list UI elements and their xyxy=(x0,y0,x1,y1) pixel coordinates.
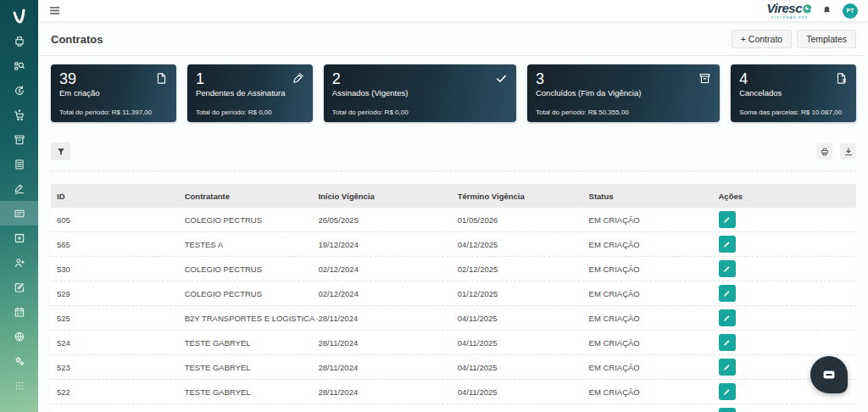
pencil-icon xyxy=(722,215,732,225)
summary-card[interactable]: 2 Assinados (Vigentes) Total do período:… xyxy=(324,64,516,122)
cell-status: EM CRIAÇÃO xyxy=(589,363,719,372)
pencil-icon xyxy=(722,240,732,249)
cell-inicio-vigencia: 28/11/2024 xyxy=(318,387,457,397)
cell-status: EM CRIAÇÃO xyxy=(589,338,719,348)
table-row[interactable]: 524 TESTE GABRYEL 28/11/2024 04/11/2025 … xyxy=(51,331,856,355)
download-icon xyxy=(843,147,854,157)
summary-card[interactable]: 39 Em criação Total do período: R$ 11.39… xyxy=(51,64,176,122)
cell-termino-vigencia: 01/05/2026 xyxy=(458,215,589,225)
cell-id: 565 xyxy=(51,240,185,249)
cell-termino-vigencia: 01/12/2025 xyxy=(458,289,589,298)
cell-contratante: TESTES A xyxy=(185,240,319,249)
edit-contract-button[interactable] xyxy=(719,408,736,412)
cell-id: 529 xyxy=(51,289,185,298)
table-row-partial xyxy=(51,404,856,412)
sidebar-item-signature[interactable] xyxy=(0,176,38,201)
table-row[interactable]: 605 COLEGIO PECTRUS 26/05/2025 01/05/202… xyxy=(51,208,856,232)
shopping-cart-icon xyxy=(14,109,25,121)
sidebar-item-register[interactable] xyxy=(0,275,38,299)
content: Contratos + Contrato Templates 39 Em cri… xyxy=(38,21,868,412)
edit-contract-button[interactable] xyxy=(719,285,736,302)
table-body: 605 COLEGIO PECTRUS 26/05/2025 01/05/202… xyxy=(51,208,856,404)
sidebar-item-web[interactable] xyxy=(0,324,38,348)
cell-id: 525 xyxy=(51,314,185,323)
edit-contract-button[interactable] xyxy=(719,334,736,351)
cell-termino-vigencia: 04/11/2025 xyxy=(458,338,589,348)
pos-terminal-icon xyxy=(14,36,25,47)
pencil-icon xyxy=(722,363,732,372)
sidebar-item-finance[interactable] xyxy=(0,78,38,103)
sidebar-item-sales[interactable] xyxy=(0,103,38,127)
summary-card[interactable]: 4 Cancelados Soma das parcelas: R$ 10.08… xyxy=(731,64,856,122)
sidebar-item-contracts[interactable] xyxy=(0,201,38,225)
edit-contract-button[interactable] xyxy=(719,236,736,253)
cell-termino-vigencia: 04/11/2025 xyxy=(458,363,589,372)
brand-swirl-icon xyxy=(802,3,813,14)
app-logo[interactable] xyxy=(9,0,30,29)
card-value: 3 xyxy=(536,71,711,87)
cell-status: EM CRIAÇÃO xyxy=(589,314,719,323)
summary-card[interactable]: 3 Concluídos (Fim da Vigência) Total do … xyxy=(527,64,720,122)
brand-logo-text: Viresc xyxy=(767,1,802,15)
edit-contract-button[interactable] xyxy=(719,211,736,228)
edit-square-icon xyxy=(14,281,25,293)
menu-toggle-button[interactable] xyxy=(48,4,61,17)
sidebar-item-settings[interactable] xyxy=(0,348,38,373)
print-button[interactable] xyxy=(816,143,832,159)
chat-fab-button[interactable] xyxy=(810,356,848,393)
card-value: 4 xyxy=(739,71,848,87)
edit-contract-button[interactable] xyxy=(719,383,736,400)
column-header: Ações xyxy=(719,192,852,201)
table-row[interactable]: 565 TESTES A 19/12/2024 04/12/2025 EM CR… xyxy=(51,232,856,257)
sidebar-item-reports[interactable] xyxy=(0,152,38,176)
cell-termino-vigencia: 04/11/2025 xyxy=(458,314,589,323)
sign-pen-icon xyxy=(292,72,304,85)
edit-contract-button[interactable] xyxy=(719,359,736,376)
cell-inicio-vigencia: 26/05/2025 xyxy=(318,215,457,225)
sidebar-item-receipts[interactable] xyxy=(0,29,38,53)
summary-card[interactable]: 1 Pendentes de Assinatura Total do perío… xyxy=(187,64,313,122)
notifications-button[interactable] xyxy=(821,5,832,16)
cell-id: 605 xyxy=(51,215,185,225)
table-row[interactable]: 529 COLEGIO PECTRUS 02/12/2024 01/12/202… xyxy=(51,281,856,306)
filter-button[interactable] xyxy=(51,142,70,160)
sidebar-item-customers[interactable] xyxy=(0,250,38,275)
templates-button[interactable]: Templates xyxy=(797,30,856,48)
card-footer: Total do período: R$ 0,00 xyxy=(332,109,409,116)
cell-contratante: TESTE GABRYEL xyxy=(185,363,319,372)
chat-icon xyxy=(820,365,838,384)
calendar-icon xyxy=(14,306,25,318)
edit-contract-button[interactable] xyxy=(719,260,736,277)
column-header: Status xyxy=(589,192,719,201)
table-row[interactable]: 522 TESTE GABRYEL 28/11/2024 04/11/2025 … xyxy=(51,380,856,404)
table-row[interactable]: 525 B2Y TRANSPORTES E LOGISTICA - EIRELI… xyxy=(51,306,856,331)
table-toolbar xyxy=(51,142,856,160)
funnel-icon xyxy=(56,147,66,157)
edit-contract-button[interactable] xyxy=(719,309,736,326)
new-contract-button[interactable]: + Contrato xyxy=(732,30,792,48)
cell-inicio-vigencia: 02/12/2024 xyxy=(318,264,457,274)
pencil-icon xyxy=(722,314,732,323)
table-row[interactable]: 530 COLEGIO PECTRUS 02/12/2024 02/12/202… xyxy=(51,257,856,281)
sidebar-item-schedule[interactable] xyxy=(0,299,38,324)
sidebar-item-product-search[interactable] xyxy=(0,53,38,78)
topbar: Viresc SISTEMAS ERP PT xyxy=(38,0,868,21)
card-label: Assinados (Vigentes) xyxy=(332,88,508,97)
cell-contratante: COLEGIO PECTRUS xyxy=(185,215,319,225)
summary-cards: 39 Em criação Total do período: R$ 11.39… xyxy=(51,64,856,122)
cell-id: 530 xyxy=(51,264,185,274)
cell-contratante: TESTE GABRYEL xyxy=(185,387,319,397)
dots-grid-icon xyxy=(14,380,25,392)
globe-icon xyxy=(14,331,25,342)
file-new-icon xyxy=(155,72,168,85)
cell-id: 523 xyxy=(51,363,185,372)
toolbar-divider xyxy=(51,170,856,171)
export-button[interactable] xyxy=(840,143,856,159)
card-label: Pendentes de Assinatura xyxy=(196,88,304,97)
user-avatar[interactable]: PT xyxy=(843,3,858,19)
sidebar-item-stock[interactable] xyxy=(0,127,38,152)
card-label: Cancelados xyxy=(739,88,848,97)
sidebar-item-modules[interactable] xyxy=(0,373,38,398)
sidebar-item-panels[interactable] xyxy=(0,225,38,250)
table-row[interactable]: 523 TESTE GABRYEL 28/11/2024 04/11/2025 … xyxy=(51,355,856,380)
